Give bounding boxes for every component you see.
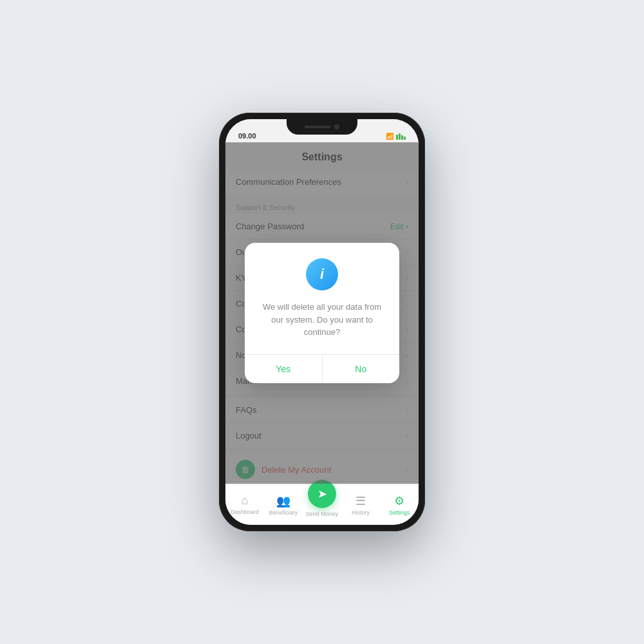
beneficiary-label: Beneficiary <box>269 509 298 516</box>
modal-message: We will delete all your data from our sy… <box>245 298 399 354</box>
history-label: History <box>352 509 370 516</box>
nav-item-send-money[interactable]: ➤ Send Money <box>303 493 341 517</box>
send-money-button[interactable]: ➤ <box>308 480 336 508</box>
modal-icon-area: i <box>245 243 399 298</box>
status-icons: 📶 <box>386 133 406 140</box>
info-icon: i <box>306 258 338 290</box>
history-icon: ☰ <box>355 494 366 508</box>
modal-buttons: Yes No <box>245 355 399 383</box>
settings-icon: ⚙ <box>394 494 404 508</box>
send-money-label: Send Money <box>306 511 339 517</box>
send-money-icon: ➤ <box>317 487 327 501</box>
dashboard-label: Dashboard <box>231 509 259 515</box>
modal-yes-button[interactable]: Yes <box>245 355 323 383</box>
modal-no-button[interactable]: No <box>323 355 400 383</box>
dashboard-icon: ⌂ <box>242 494 249 507</box>
modal-overlay: i We will delete all your data from our … <box>225 142 419 484</box>
wifi-icon: 📶 <box>386 133 393 140</box>
nav-item-settings[interactable]: ⚙ Settings <box>380 494 419 516</box>
nav-item-dashboard[interactable]: ⌂ Dashboard <box>225 494 264 515</box>
status-time: 09.00 <box>238 132 256 140</box>
settings-label: Settings <box>389 509 410 516</box>
phone-device: 09.00 📶 Settings Communication Pre <box>219 113 425 531</box>
camera <box>334 124 339 129</box>
battery-icon <box>396 133 406 140</box>
screen-content: Settings Communication Preferences › Sup… <box>225 142 419 484</box>
speaker <box>305 126 330 128</box>
beneficiary-icon: 👥 <box>276 494 290 508</box>
nav-item-beneficiary[interactable]: 👥 Beneficiary <box>264 494 303 516</box>
notch <box>287 119 357 135</box>
bottom-nav: ⌂ Dashboard 👥 Beneficiary ➤ Send Money ☰… <box>225 484 419 525</box>
nav-item-history[interactable]: ☰ History <box>341 494 380 516</box>
modal-dialog: i We will delete all your data from our … <box>245 243 399 383</box>
